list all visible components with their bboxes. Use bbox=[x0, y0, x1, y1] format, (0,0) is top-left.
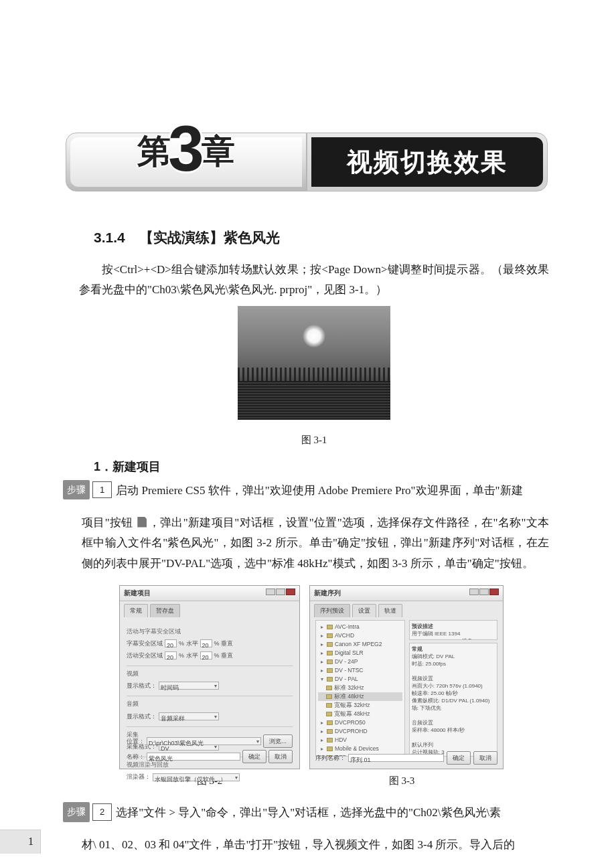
tree-item[interactable]: 标准 32kHz bbox=[318, 684, 402, 692]
tree-item-label: DV - NTSC bbox=[335, 666, 364, 675]
tree-item[interactable]: 标准 48kHz bbox=[318, 692, 402, 701]
window-buttons bbox=[469, 587, 499, 599]
tree-item[interactable]: DV - NTSC bbox=[318, 666, 402, 675]
step-badge: 步骤 bbox=[63, 802, 90, 822]
dialog-title-text: 新建序列 bbox=[314, 587, 341, 599]
dialog-titlebar: 新建项目 bbox=[120, 586, 299, 601]
audio-format-dropdown[interactable]: 音频采样 bbox=[159, 712, 219, 720]
cancel-button[interactable]: 取消 bbox=[268, 750, 293, 763]
tree-item[interactable]: 宽银幕 32kHz bbox=[318, 701, 402, 710]
ok-button[interactable]: 确定 bbox=[447, 751, 471, 765]
figure-3-3-dialog-new-sequence: 新建序列 序列预设 设置 轨道 AVC-IntraAVCHDCanon XF M… bbox=[309, 585, 504, 769]
browse-button[interactable]: 浏览... bbox=[263, 734, 293, 748]
tree-item[interactable]: DV - 24P bbox=[318, 657, 402, 666]
dialog-title-text: 新建项目 bbox=[124, 587, 151, 599]
folder-icon bbox=[326, 694, 332, 699]
group-audio: 音频 bbox=[127, 698, 293, 709]
folder-icon bbox=[327, 677, 333, 682]
tree-item-label: AVC-Intra bbox=[335, 623, 360, 631]
banner-right-panel: 视频切换效果 bbox=[307, 133, 548, 191]
tree-item-label: AVCHD bbox=[335, 631, 354, 640]
folder-icon bbox=[327, 625, 333, 629]
sequence-name-input[interactable]: 序列 01 bbox=[348, 754, 444, 762]
tab-sequence-presets[interactable]: 序列预设 bbox=[314, 604, 350, 617]
preset-general-box: 常规 编辑模式: DV PAL 时基: 25.00fps 视频设置 画面大小: … bbox=[409, 643, 497, 757]
tab-tracks[interactable]: 轨道 bbox=[378, 604, 402, 617]
step-number: 1 bbox=[92, 481, 112, 498]
sun-icon bbox=[303, 325, 325, 347]
close-icon[interactable] bbox=[286, 589, 295, 595]
dialog-titlebar: 新建序列 bbox=[310, 586, 503, 601]
tree-item-label: 宽银幕 48kHz bbox=[334, 710, 370, 718]
figure-3-1-caption: 图 3-1 bbox=[79, 431, 549, 449]
figure-3-3-caption: 图 3-3 bbox=[300, 772, 504, 790]
tree-item-label: Digital SLR bbox=[335, 649, 364, 657]
preset-tree[interactable]: AVC-IntraAVCHDCanon XF MPEG2Digital SLRD… bbox=[315, 620, 405, 757]
step1-text-a: 启动 Premiere CS5 软件，弹出"欢迎使用 Adobe Premier… bbox=[116, 484, 522, 497]
step-badge: 步骤 bbox=[63, 480, 90, 499]
sequence-name-label: 序列名称： bbox=[315, 753, 345, 763]
subheading-new-project: 1．新建项目 bbox=[94, 456, 549, 477]
tree-item[interactable]: HDV bbox=[318, 736, 402, 745]
tab-general[interactable]: 常规 bbox=[124, 604, 148, 617]
pct-h-2: % 水平 bbox=[179, 650, 198, 661]
tab-settings[interactable]: 设置 bbox=[352, 604, 376, 617]
tree-item[interactable]: DVCPROHD bbox=[318, 727, 402, 736]
group-video: 视频 bbox=[127, 668, 293, 679]
preset-general-label: 常规 bbox=[412, 645, 495, 653]
folder-icon bbox=[327, 633, 333, 638]
pct-v-2: % 垂直 bbox=[214, 650, 234, 661]
location-dropdown[interactable]: D:\pr\Ch03\紫色风光 bbox=[147, 737, 261, 745]
tree-item[interactable]: AVCHD bbox=[318, 631, 402, 640]
action-safe-v-input[interactable]: 20 bbox=[200, 651, 212, 659]
tree-item[interactable]: DVCPRO50 bbox=[318, 718, 402, 727]
water-reflection-graphic bbox=[238, 381, 390, 420]
tree-item-label: 标准 32kHz bbox=[334, 684, 364, 692]
tree-item[interactable]: Canon XF MPEG2 bbox=[318, 640, 402, 649]
ok-button[interactable]: 确定 bbox=[242, 750, 266, 763]
preset-description-text: 用于编辑 IEEE 1394 (FireWire/i.LINK) DV 设备。 … bbox=[412, 630, 495, 640]
pct-v-1: % 垂直 bbox=[214, 638, 234, 649]
action-safe-h-input[interactable]: 20 bbox=[165, 651, 177, 659]
tree-item[interactable]: 宽银幕 48kHz bbox=[318, 710, 402, 718]
title-safe-v-input[interactable]: 20 bbox=[200, 639, 212, 647]
maximize-icon[interactable] bbox=[479, 589, 489, 595]
step-number: 2 bbox=[92, 803, 112, 820]
cancel-button[interactable]: 取消 bbox=[473, 751, 497, 765]
step-1-block: 步骤1启动 Premiere CS5 软件，弹出"欢迎使用 Adobe Prem… bbox=[63, 480, 549, 574]
tree-item-label: DV - 24P bbox=[335, 657, 358, 666]
minimize-icon[interactable] bbox=[469, 589, 479, 595]
preset-description-label: 预设描述 bbox=[412, 623, 495, 630]
video-format-label: 显示格式： bbox=[127, 680, 157, 691]
video-format-dropdown[interactable]: 时间码 bbox=[159, 682, 219, 690]
tree-item[interactable]: Digital SLR bbox=[318, 649, 402, 657]
figure-3-1-image bbox=[238, 306, 390, 420]
section-314-paragraph: 按<Ctrl>+<D>组合键添加转场默认效果；按<Page Down>键调整时间… bbox=[79, 260, 549, 301]
folder-icon bbox=[327, 729, 333, 734]
action-safe-label: 活动安全区域 bbox=[127, 650, 163, 661]
maximize-icon[interactable] bbox=[276, 589, 285, 595]
step1-text-b: 项目"按钮 bbox=[82, 516, 133, 529]
tree-item[interactable]: DV - PAL bbox=[318, 675, 402, 684]
step1-text-c: ，弹出"新建项目"对话框，设置"位置"选项，选择保存文件路径，在"名称"文本框中… bbox=[82, 516, 549, 570]
window-buttons bbox=[265, 587, 295, 599]
tree-item[interactable]: AVC-Intra bbox=[318, 623, 402, 631]
preset-general-text: 编辑模式: DV PAL 时基: 25.00fps 视频设置 画面大小: 720… bbox=[412, 653, 495, 757]
tree-item-label: DVCPROHD bbox=[335, 727, 368, 736]
page-number: 1 bbox=[0, 830, 41, 854]
folder-icon bbox=[327, 720, 333, 725]
close-icon[interactable] bbox=[489, 589, 499, 595]
project-name-input[interactable]: 紫色风光 bbox=[147, 753, 240, 761]
folder-icon bbox=[327, 738, 333, 743]
renderer-label: 渲染器： bbox=[127, 771, 151, 782]
tab-scratch-disks[interactable]: 暂存盘 bbox=[150, 604, 180, 617]
minimize-icon[interactable] bbox=[266, 589, 275, 595]
tree-item-label: Canon XF MPEG2 bbox=[335, 640, 382, 649]
step-2-block: 步骤2选择"文件 > 导入"命令，弹出"导入"对话框，选择光盘中的"Ch02\紫… bbox=[63, 802, 549, 855]
title-safe-label: 字幕安全区域 bbox=[127, 638, 163, 649]
chapter-banner: 第 3 章 视频切换效果 bbox=[66, 133, 548, 191]
title-safe-h-input[interactable]: 20 bbox=[165, 639, 177, 647]
folder-icon bbox=[327, 651, 333, 655]
renderer-dropdown[interactable]: 水银回放引擎（仅软件...） bbox=[153, 773, 240, 781]
tree-item-label: DVCPRO50 bbox=[335, 718, 366, 727]
